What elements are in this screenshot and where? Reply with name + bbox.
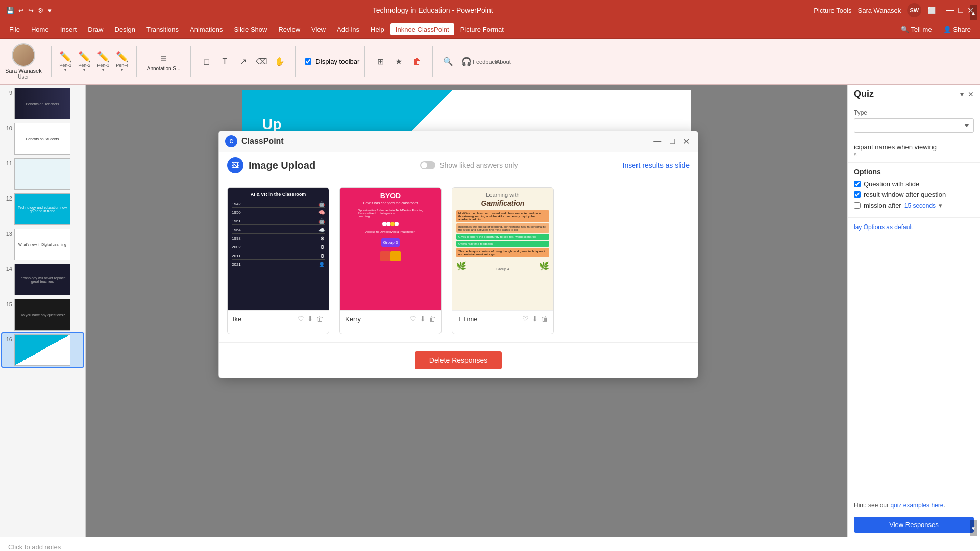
option-submission-checkbox[interactable] [854, 202, 861, 209]
save-icon[interactable]: 💾 [6, 7, 14, 14]
annotation-style-button[interactable]: ≡ Annotation S... [144, 49, 184, 73]
upload-card-ttime: Learning with Gamification Modifies the … [452, 187, 554, 334]
picture-tools-label: Picture Tools [814, 7, 851, 14]
slide-thumb-11[interactable]: 11 [2, 157, 83, 191]
feedback-button[interactable]: Feedback [477, 54, 493, 70]
panel-spacer [848, 236, 980, 497]
dialog-close-button[interactable]: ✕ [681, 137, 692, 146]
menu-item-help[interactable]: Help [365, 23, 389, 35]
card-ttime-like-icon[interactable]: ♡ [522, 315, 529, 323]
menu-item-classpoint[interactable]: Inknoe ClassPoint [390, 23, 454, 35]
slide-num-13: 13 [3, 231, 12, 237]
display-toolbar-checkbox[interactable] [305, 58, 311, 65]
quiz-close-icon[interactable]: ✕ [968, 90, 974, 98]
set-default-link[interactable]: lay Options as default [854, 223, 913, 231]
about-button[interactable]: About [495, 54, 511, 70]
menu-item-animations[interactable]: Animations [185, 23, 228, 35]
star-button[interactable]: ★ [390, 54, 407, 70]
minimize-button[interactable]: — [946, 6, 954, 15]
menu-item-draw[interactable]: Draw [83, 23, 108, 35]
slide-thumb-15[interactable]: 15 Do you have any questions? [2, 298, 83, 332]
pen-3-button[interactable]: ✏️ Pen-3 ▾ [94, 49, 112, 73]
slide-thumb-16[interactable]: 16 [2, 333, 83, 367]
insert-results-button[interactable]: Insert results as slide [623, 161, 690, 169]
menu-item-transitions[interactable]: Transitions [141, 23, 184, 35]
eraser-button[interactable]: ⌫ [253, 54, 270, 70]
slide-thumb-14[interactable]: 14 Technology will never replace great t… [2, 263, 83, 296]
dialog-maximize-button[interactable]: □ [668, 137, 677, 146]
quiz-type-dropdown[interactable] [854, 118, 974, 133]
card-kerry-like-icon[interactable]: ♡ [410, 315, 416, 323]
submission-time-dropdown-icon[interactable]: ▾ [939, 202, 942, 209]
slide-thumb-9[interactable]: 9 Benefits on Teachers [2, 87, 83, 120]
menu-item-insert[interactable]: Insert [55, 23, 82, 35]
pen-1-button[interactable]: ✏️ Pen-1 ▾ [57, 49, 75, 73]
slide-thumb-13[interactable]: 13 What's new in Digital Learning [2, 228, 83, 261]
drag-button[interactable]: ✋ [272, 54, 288, 70]
undo-icon[interactable]: ↩ [18, 7, 24, 14]
ribbon-divider-4 [295, 46, 296, 77]
notes-placeholder[interactable]: Click to add notes [8, 543, 972, 551]
option-question-slide-checkbox[interactable] [854, 181, 861, 187]
tell-me-search[interactable]: 🔍 Tell me [896, 23, 937, 35]
option-submission-after: mission after 15 seconds ▾ [854, 202, 974, 209]
slide-num-16: 16 [3, 336, 12, 342]
slide-num-12: 12 [3, 195, 12, 202]
menu-item-view[interactable]: View [306, 23, 331, 35]
user-avatar-badge[interactable]: SW [907, 3, 921, 17]
option-submission-label: mission after [864, 202, 901, 209]
maximize-button[interactable]: □ [958, 6, 963, 15]
ribbon-divider-2 [136, 46, 137, 77]
card-kerry-footer: Kerry ♡ ⬇ 🗑 [340, 310, 441, 327]
grid-view-button[interactable]: ⊞ [372, 54, 388, 70]
card-ike-like-icon[interactable]: ♡ [298, 315, 304, 323]
delete-responses-button[interactable]: Delete Responses [415, 351, 502, 369]
menu-item-picture-format[interactable]: Picture Format [455, 23, 509, 35]
menu-item-home[interactable]: Home [26, 23, 54, 35]
card-ike-footer: Ike ♡ ⬇ 🗑 [228, 310, 329, 327]
dialog-titlebar: C ClassPoint — □ ✕ [219, 131, 698, 152]
arrow-button[interactable]: ↗ [235, 54, 251, 70]
card-ttime-delete-icon[interactable]: 🗑 [541, 315, 548, 323]
option-result-window: result window after question [854, 191, 974, 198]
zoom-tool-button[interactable]: 🔍 [440, 54, 456, 70]
view-responses-button[interactable]: View Responses [854, 517, 974, 533]
menu-item-design[interactable]: Design [110, 23, 140, 35]
quiz-dropdown-icon[interactable]: ▾ [960, 90, 964, 98]
shapes-button[interactable]: ◻ [198, 54, 214, 70]
menu-item-slideshow[interactable]: Slide Show [229, 23, 272, 35]
type-label: Type [854, 109, 974, 116]
text-button[interactable]: T [216, 54, 233, 70]
dialog-minimize-button[interactable]: — [651, 137, 664, 146]
restore-window-icon[interactable]: ⬜ [927, 7, 936, 14]
delete-button[interactable]: 🗑 [409, 54, 425, 70]
canvas-area: Up Gi D Wo C ClassPoint — [86, 85, 847, 537]
menu-item-addins[interactable]: Add-ins [332, 23, 364, 35]
pens-group: ✏️ Pen-1 ▾ ✏️ Pen-2 ▾ ✏️ Pen-3 ▾ ✏️ Pen-… [57, 49, 131, 73]
dialog-title-left: C ClassPoint [225, 135, 284, 147]
card-ike-download-icon[interactable]: ⬇ [307, 315, 313, 323]
image-upload-icon: 🖼 [227, 157, 243, 173]
pen-4-button[interactable]: ✏️ Pen-4 ▾ [113, 49, 131, 73]
slide-thumb-10[interactable]: 10 Benefits on Students [2, 122, 83, 156]
menu-item-review[interactable]: Review [273, 23, 305, 35]
card-ttime-name: T Time [457, 315, 478, 323]
customize-icon[interactable]: ⚙ [38, 7, 44, 14]
card-kerry-delete-icon[interactable]: 🗑 [429, 315, 436, 323]
card-ike-delete-icon[interactable]: 🗑 [316, 315, 324, 323]
redo-icon[interactable]: ↪ [28, 7, 34, 14]
ribbon-divider-5 [364, 46, 365, 77]
slide-thumb-12[interactable]: 12 Technology and education now go hand … [2, 192, 83, 226]
share-button[interactable]: 👤 Share [938, 23, 976, 35]
pen-2-button[interactable]: ✏️ Pen-2 ▾ [76, 49, 93, 73]
card-kerry-download-icon[interactable]: ⬇ [420, 315, 426, 323]
menu-item-file[interactable]: File [4, 23, 25, 35]
show-liked-section: Show liked answers only [420, 161, 518, 169]
quiz-examples-link[interactable]: quiz examples here [890, 502, 943, 509]
participant-names-section: icipant names when viewing s [848, 138, 980, 163]
more-icon[interactable]: ▾ [48, 7, 52, 14]
option-result-window-checkbox[interactable] [854, 191, 861, 198]
display-toolbar-label: Display toolbar [315, 58, 359, 65]
card-ttime-download-icon[interactable]: ⬇ [532, 315, 538, 323]
show-liked-toggle[interactable] [420, 161, 435, 169]
